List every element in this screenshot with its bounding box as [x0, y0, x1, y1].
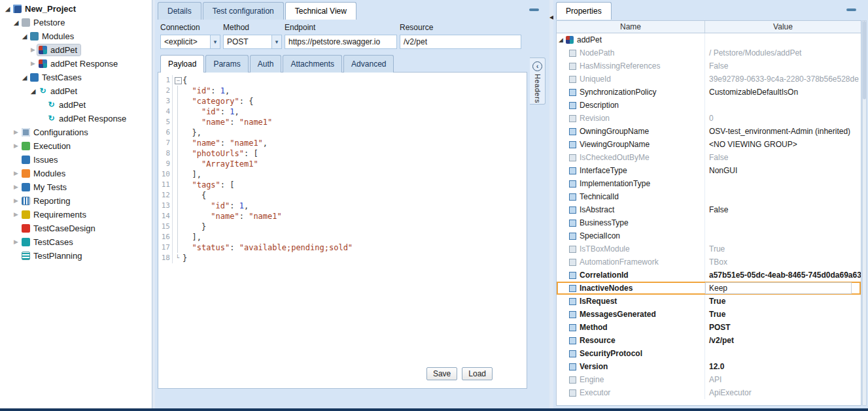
property-value-cell[interactable]: a57b51e5-05dc-4eab-8465-745d0da69a63: [705, 269, 861, 282]
property-value-cell[interactable]: [705, 33, 861, 46]
property-value-cell[interactable]: ApiExecutor: [705, 386, 861, 399]
tab-test-configuration[interactable]: Test configuration: [203, 2, 284, 20]
property-value-cell[interactable]: TBox: [705, 255, 861, 269]
property-row-securityprotocol[interactable]: SecurityProtocol: [557, 347, 861, 360]
property-value-cell[interactable]: CustomizableDefaultIsOn: [705, 86, 861, 99]
tree-item-addpet[interactable]: ◢addPet: [0, 84, 152, 98]
property-value-cell[interactable]: POST: [705, 321, 861, 334]
subtab-auth[interactable]: Auth: [250, 55, 282, 73]
tree-item-addpet[interactable]: addPet: [0, 98, 152, 112]
property-row-method[interactable]: MethodPOST: [557, 321, 861, 334]
tree-item-testcasedesign[interactable]: TestCaseDesign: [0, 222, 152, 235]
property-row-technicalid[interactable]: TechnicalId: [557, 190, 861, 203]
property-row-executor[interactable]: ExecutorApiExecutor: [557, 386, 861, 399]
property-root-row[interactable]: ◢addPet: [557, 33, 861, 46]
property-row-messagesgenerated[interactable]: MessagesGeneratedTrue: [557, 308, 861, 321]
tree-item-configurations[interactable]: ▶Configurations: [0, 125, 152, 139]
tree-item-modules[interactable]: ▶Modules: [0, 167, 152, 180]
property-value-cell[interactable]: [705, 216, 861, 229]
fold-collapse-icon[interactable]: [173, 75, 182, 86]
tree-item-testcases[interactable]: ◢TestCases: [0, 71, 152, 84]
expander-icon[interactable]: ▶: [29, 59, 37, 68]
chevron-down-icon[interactable]: ▾: [271, 35, 281, 48]
property-row-engine[interactable]: EngineAPI: [557, 373, 861, 386]
property-row-inactivenodes[interactable]: InactiveNodesKeep: [557, 282, 861, 295]
tab-technical-view[interactable]: Technical View: [285, 2, 356, 20]
tree-item-addpet-response[interactable]: addPet Response: [0, 112, 152, 125]
property-row-specialicon[interactable]: SpecialIcon: [557, 229, 861, 242]
expander-icon[interactable]: ◢: [20, 32, 29, 41]
expander-icon[interactable]: ▶: [12, 183, 20, 191]
tree-item-issues[interactable]: Issues: [0, 153, 152, 167]
property-row-ischeckedoutbyme[interactable]: IsCheckedOutByMeFalse: [557, 151, 861, 164]
tree-item-testcases[interactable]: ▶TestCases: [0, 235, 152, 249]
connection-select[interactable]: <explicit> ▾: [160, 35, 220, 49]
property-value-cell[interactable]: [705, 347, 861, 360]
tree-item-reporting[interactable]: ▶Reporting: [0, 194, 152, 208]
tab-details[interactable]: Details: [158, 2, 201, 20]
tree-item-new_project[interactable]: ◢New_Project: [0, 2, 152, 16]
property-row-version[interactable]: Version12.0: [557, 360, 861, 373]
tree-item-addpet[interactable]: ▶addPet: [0, 43, 152, 57]
subtab-advanced[interactable]: Advanced: [343, 55, 394, 73]
property-value-cell[interactable]: <NO VIEWING GROUP>: [705, 138, 861, 151]
property-row-viewinggroupname[interactable]: ViewingGroupName<NO VIEWING GROUP>: [557, 138, 861, 151]
property-row-istboxmodule[interactable]: IsTBoxModuleTrue: [557, 242, 861, 255]
expander-icon[interactable]: ◢: [29, 87, 37, 95]
chevron-down-icon[interactable]: ▾: [210, 35, 220, 48]
property-value-cell[interactable]: OSV-test_environment-Admin (inherited): [705, 125, 861, 138]
tree-item-testplanning[interactable]: TestPlanning: [0, 249, 152, 263]
expander-icon[interactable]: ◢: [559, 37, 566, 43]
property-value-cell[interactable]: API: [705, 373, 861, 386]
property-row-isabstract[interactable]: IsAbstractFalse: [557, 203, 861, 216]
property-value-cell[interactable]: [705, 229, 861, 242]
tab-properties[interactable]: Properties: [556, 2, 612, 20]
expand-left-circle-icon[interactable]: ‹: [532, 61, 542, 71]
property-row-hasmissingreferences[interactable]: HasMissingReferencesFalse: [557, 59, 861, 73]
property-value-cell[interactable]: True: [705, 242, 861, 255]
expander-icon[interactable]: ◢: [3, 5, 12, 13]
property-value-cell[interactable]: False: [705, 203, 861, 216]
tree-item-my-tests[interactable]: ▶My Tests: [0, 180, 152, 194]
property-value-cell[interactable]: 0: [705, 112, 861, 125]
value-column-header[interactable]: Value: [705, 21, 861, 33]
endpoint-input[interactable]: https://petstore.swagger.io: [285, 35, 397, 49]
expander-icon[interactable]: ▶: [12, 210, 20, 219]
tree-item-addpet-response[interactable]: ▶addPet Response: [0, 57, 152, 71]
property-row-owninggroupname[interactable]: OwningGroupNameOSV-test_environment-Admi…: [557, 125, 861, 138]
property-row-revision[interactable]: Revision0: [557, 112, 861, 125]
tree-item-execution[interactable]: ▶Execution: [0, 139, 152, 153]
expander-icon[interactable]: ◢: [12, 18, 20, 27]
property-value-cell[interactable]: [705, 190, 861, 203]
tree-item-petstore[interactable]: ◢Petstore: [0, 16, 152, 29]
property-row-implementationtype[interactable]: ImplementationType: [557, 177, 861, 190]
expander-icon[interactable]: ▶: [12, 238, 20, 246]
property-value-cell[interactable]: 12.0: [705, 360, 861, 373]
subtab-payload[interactable]: Payload: [160, 55, 204, 73]
load-button[interactable]: Load: [462, 367, 493, 380]
property-row-businesstype[interactable]: BusinessType: [557, 216, 861, 229]
property-row-interfacetype[interactable]: InterfaceTypeNonGUI: [557, 164, 861, 177]
expander-icon[interactable]: ▶: [12, 142, 20, 150]
property-value-cell[interactable]: Keep: [705, 282, 852, 294]
minimize-panel-icon[interactable]: [846, 8, 856, 11]
expander-icon[interactable]: ◢: [20, 73, 29, 82]
scrollbar-thumb[interactable]: [863, 21, 866, 99]
property-row-uniqueid[interactable]: UniqueId39e92789-0633-9c4a-2280-378b56e5…: [557, 73, 861, 86]
property-value-cell[interactable]: [705, 177, 861, 190]
property-row-correlationid[interactable]: CorrelationIda57b51e5-05dc-4eab-8465-745…: [557, 269, 861, 282]
property-value-cell[interactable]: [705, 99, 861, 112]
property-value-cell[interactable]: NonGUI: [705, 164, 861, 177]
property-row-automationframework[interactable]: AutomationFrameworkTBox: [557, 255, 861, 269]
expander-icon[interactable]: ▶: [12, 169, 20, 178]
payload-editor[interactable]: 1{2 "id": 1,3 "category": {4 "id": 1,5 "…: [158, 72, 527, 389]
properties-scrollbar[interactable]: [862, 20, 867, 406]
property-value-cell[interactable]: True: [705, 308, 861, 321]
method-select[interactable]: POST ▾: [223, 35, 282, 49]
expander-icon[interactable]: ▶: [12, 197, 20, 205]
resource-input[interactable]: /v2/pet: [400, 35, 521, 49]
property-value-cell[interactable]: False: [705, 151, 861, 164]
subtab-attachments[interactable]: Attachments: [283, 55, 342, 73]
minimize-panel-icon[interactable]: [529, 8, 539, 11]
property-row-resource[interactable]: Resource/v2/pet: [557, 334, 861, 347]
